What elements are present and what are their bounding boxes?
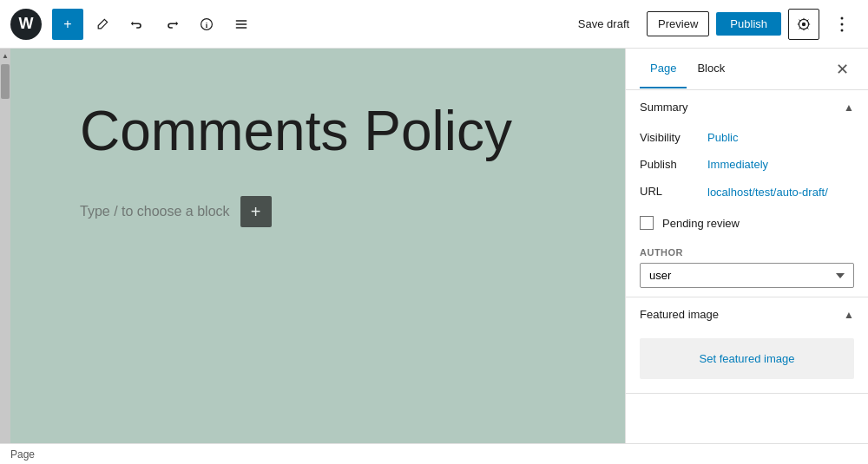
url-value[interactable]: localhost/test/auto-draft/ <box>707 185 828 200</box>
redo-button[interactable] <box>156 9 187 40</box>
more-options-button[interactable] <box>826 9 858 40</box>
scroll-up-arrow[interactable]: ▲ <box>0 49 10 62</box>
tab-page[interactable]: Page <box>640 49 687 88</box>
author-label: AUTHOR <box>640 247 854 258</box>
preview-button[interactable]: Preview <box>647 11 709 36</box>
sidebar-close-button[interactable]: ✕ <box>830 57 854 82</box>
scroll-thumb[interactable] <box>1 64 10 99</box>
publish-button[interactable]: Publish <box>716 12 781 36</box>
set-featured-image-button[interactable]: Set featured image <box>640 338 854 379</box>
summary-title: Summary <box>640 101 688 114</box>
svg-point-5 <box>802 23 805 25</box>
undo-button[interactable] <box>122 9 153 40</box>
add-block-button[interactable]: + <box>52 9 83 40</box>
featured-image-collapse-icon: ▲ <box>844 309 854 321</box>
publish-row-value[interactable]: Immediately <box>707 158 768 171</box>
info-button[interactable]: i <box>191 9 222 40</box>
svg-rect-2 <box>236 20 247 22</box>
summary-section: Summary ▲ Visibility Public Publish Imme… <box>626 90 868 297</box>
pending-review-label[interactable]: Pending review <box>662 217 740 230</box>
featured-image-title: Featured image <box>640 308 719 321</box>
svg-point-8 <box>841 29 844 31</box>
status-label: Page <box>10 448 35 461</box>
toolbar-left: W + i <box>10 9 568 40</box>
post-title[interactable]: Comments Policy <box>80 101 556 161</box>
pending-review-row: Pending review <box>626 207 868 239</box>
svg-point-7 <box>841 23 844 25</box>
svg-rect-3 <box>236 23 247 25</box>
brush-button[interactable] <box>87 9 118 40</box>
author-select[interactable]: user <box>640 263 854 288</box>
sidebar-content: Summary ▲ Visibility Public Publish Imme… <box>626 90 868 443</box>
summary-collapse-icon: ▲ <box>844 101 854 114</box>
toolbar-right: Save draft Preview Publish <box>568 9 858 40</box>
featured-image-header[interactable]: Featured image ▲ <box>626 297 868 331</box>
svg-rect-4 <box>236 27 247 29</box>
publish-row: Publish Immediately <box>626 151 868 178</box>
featured-image-body: Set featured image <box>626 331 868 393</box>
add-block-inline-button[interactable]: + <box>240 196 272 227</box>
featured-image-section: Featured image ▲ Set featured image <box>626 297 868 394</box>
svg-point-6 <box>841 16 844 19</box>
visibility-row: Visibility Public <box>626 124 868 151</box>
editor-area: ▲ ▼ Comments Policy Type / to choose a b… <box>0 49 625 464</box>
editor-canvas[interactable]: Comments Policy Type / to choose a block… <box>10 49 625 464</box>
url-label: URL <box>640 185 700 198</box>
block-placeholder: Type / to choose a block + <box>80 196 556 227</box>
author-section: AUTHOR user <box>626 239 868 297</box>
tab-block[interactable]: Block <box>687 49 735 88</box>
sidebar-header: Page Block ✕ <box>626 49 868 90</box>
wp-logo[interactable]: W <box>10 9 42 40</box>
pending-review-checkbox[interactable] <box>640 216 654 230</box>
svg-text:i: i <box>206 21 208 29</box>
main-layout: ▲ ▼ Comments Policy Type / to choose a b… <box>0 49 868 464</box>
sidebar: Page Block ✕ Summary ▲ Visibility Public… <box>625 49 868 464</box>
vscroll-rail-left[interactable]: ▲ ▼ <box>0 49 10 464</box>
status-bar: Page <box>0 443 868 464</box>
publish-row-label: Publish <box>640 158 700 171</box>
visibility-label: Visibility <box>640 131 700 144</box>
summary-section-header[interactable]: Summary ▲ <box>626 90 868 124</box>
settings-button[interactable] <box>788 9 819 40</box>
visibility-value[interactable]: Public <box>707 131 738 144</box>
placeholder-text: Type / to choose a block <box>80 204 230 219</box>
toolbar: W + i Save draft Preview Publish <box>0 0 868 49</box>
list-view-button[interactable] <box>226 9 257 40</box>
scroll-track[interactable] <box>0 62 10 450</box>
url-row: URL localhost/test/auto-draft/ <box>626 178 868 207</box>
save-draft-button[interactable]: Save draft <box>568 12 640 36</box>
editor-inner: Comments Policy Type / to choose a block… <box>10 49 625 464</box>
